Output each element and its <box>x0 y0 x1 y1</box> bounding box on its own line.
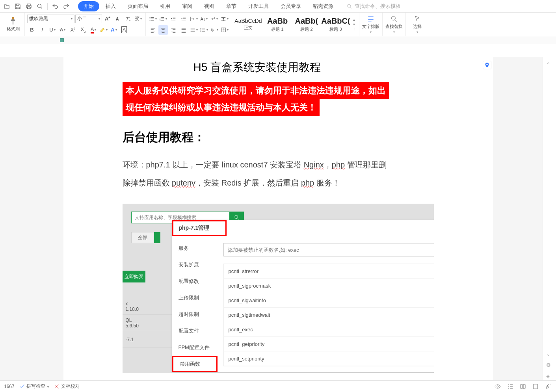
rail-chevron-down-icon[interactable]: ⌄ <box>546 351 553 358</box>
number-list-icon[interactable]: 123 <box>158 14 168 24</box>
format-painter-button[interactable]: 格式刷 <box>3 13 23 35</box>
qat-undo-icon[interactable] <box>50 1 60 11</box>
select-button[interactable]: 选择▾ <box>407 13 427 35</box>
svg-point-12 <box>234 216 238 219</box>
superscript-icon[interactable]: X2 <box>68 25 78 35</box>
clear-format-icon[interactable] <box>123 14 133 24</box>
rail-diamond-icon[interactable]: ◈ <box>546 373 553 380</box>
style-item-1[interactable]: AaBb标题 1 <box>263 14 292 35</box>
tab-view[interactable]: 视图 <box>199 1 220 11</box>
highlight-icon[interactable] <box>99 25 108 35</box>
qat-preview-icon[interactable] <box>35 1 45 11</box>
function-name: pcntl_sigtimedwait <box>229 312 270 318</box>
format-painter-label: 格式刷 <box>7 26 20 32</box>
embed-buy-button[interactable]: 立即购买 <box>123 271 145 282</box>
status-draft-icon[interactable] <box>544 383 552 390</box>
decrease-font-icon[interactable]: A- <box>113 14 123 24</box>
line-break-icon[interactable]: ↵ <box>210 14 219 24</box>
status-char-count: 1667 <box>4 384 15 389</box>
paragraph-2: 除掉禁用函数 putenv，安装 Redis 扩展，然后重启 php 服务！ <box>123 174 434 192</box>
text-effect-icon[interactable]: A <box>109 25 119 35</box>
embed-tab-all[interactable]: 全部 <box>131 232 154 243</box>
font-color-icon[interactable]: A <box>89 25 98 35</box>
embed-tab-active[interactable] <box>154 232 160 243</box>
font-size-select[interactable]: 小二▾ <box>75 15 102 23</box>
font-name-select[interactable]: 微软雅黑▾ <box>27 15 74 23</box>
status-bar: 1667 拼写检查 ▾ 文档校对 <box>0 380 556 392</box>
status-eye-icon[interactable] <box>494 383 502 390</box>
style-gallery-more[interactable]: ▴▾⁞ <box>350 17 357 32</box>
find-icon <box>390 15 398 23</box>
bullet-list-icon[interactable] <box>148 14 158 24</box>
ruler-handle-icon[interactable] <box>59 37 65 43</box>
tab-review[interactable]: 审阅 <box>177 1 198 11</box>
align-justify-icon[interactable] <box>179 25 188 35</box>
location-marker-icon[interactable] <box>483 61 491 69</box>
modal-side-item-3[interactable]: 上传限制 <box>172 290 218 306</box>
tab-member[interactable]: 会员专享 <box>275 1 307 11</box>
tab-insert[interactable]: 插入 <box>100 1 121 11</box>
modal-side-item-2[interactable]: 配置修改 <box>172 273 218 290</box>
cursor-icon <box>413 15 421 23</box>
modal-side-item-7[interactable]: 禁用函数 <box>172 356 218 372</box>
modal-side-item-1[interactable]: 安装扩展 <box>172 256 218 273</box>
style-item-3[interactable]: AaBbC(标题 3 <box>322 14 350 35</box>
modal-function-input[interactable] <box>223 243 434 256</box>
qat-save-icon[interactable] <box>13 1 23 11</box>
style-item-0[interactable]: AaBbCcDd正文 <box>234 14 262 35</box>
search-icon <box>234 215 240 220</box>
strikethrough-icon[interactable]: A <box>58 25 67 35</box>
status-page-icon[interactable] <box>532 383 539 390</box>
underline-icon[interactable]: U <box>48 25 57 35</box>
text-layout-button[interactable]: 文字排版▾ <box>361 13 381 35</box>
modal-side-item-5[interactable]: 配置文件 <box>172 323 218 339</box>
modal-title: php-7.1管理 <box>172 220 227 236</box>
modal-side-item-4[interactable]: 超时限制 <box>172 306 218 323</box>
align-center-icon[interactable] <box>158 25 168 35</box>
ribbon-search[interactable]: 查找命令、搜索模板 <box>347 3 401 10</box>
line-spacing-far-icon[interactable] <box>220 14 229 24</box>
tab-settings-icon[interactable] <box>189 14 199 24</box>
style-item-2[interactable]: AaBb(标题 2 <box>292 14 321 35</box>
svg-point-4 <box>150 20 151 20</box>
function-row: pcntl_getpriority删除 <box>224 337 434 351</box>
ruler <box>0 36 556 44</box>
phonetic-guide-icon[interactable]: 变 <box>134 14 143 24</box>
qat-redo-icon[interactable] <box>61 1 71 11</box>
align-right-icon[interactable] <box>169 25 178 35</box>
svg-point-9 <box>391 16 395 20</box>
subscript-icon[interactable]: X2 <box>78 25 88 35</box>
tab-reference[interactable]: 引用 <box>154 1 176 11</box>
line-spacing-icon[interactable] <box>199 25 209 35</box>
status-doc-proof[interactable]: 文档校对 <box>54 383 80 390</box>
status-outline-icon[interactable] <box>506 383 514 390</box>
rail-gear-icon[interactable]: ⚙ <box>546 362 553 369</box>
find-replace-button[interactable]: 查找替换▾ <box>384 13 404 35</box>
borders-icon[interactable] <box>220 25 229 35</box>
tab-layout[interactable]: 页面布局 <box>122 1 154 11</box>
italic-icon[interactable]: I <box>37 25 47 35</box>
section-heading: 后台使用教程： <box>123 129 434 145</box>
increase-indent-icon[interactable] <box>179 14 188 24</box>
tab-start[interactable]: 开始 <box>78 1 99 11</box>
qat-print-icon[interactable] <box>24 1 34 11</box>
character-border-icon[interactable]: A <box>119 25 129 35</box>
distribute-icon[interactable] <box>189 25 199 35</box>
modal-side-item-0[interactable]: 服务 <box>172 240 218 256</box>
function-name: pcntl_sigprocmask <box>229 283 271 289</box>
sort-icon[interactable]: A↓ <box>199 14 209 24</box>
tab-section[interactable]: 章节 <box>221 1 242 11</box>
tab-resource[interactable]: 稻壳资源 <box>307 1 339 11</box>
qat-open-icon[interactable] <box>2 1 12 11</box>
modal-side-item-6[interactable]: FPM配置文件 <box>172 339 218 356</box>
function-row: pcntl_sigwaitinfo删除 <box>224 293 434 308</box>
decrease-indent-icon[interactable] <box>169 14 178 24</box>
bold-icon[interactable]: B <box>27 25 37 35</box>
rail-chevron-up-icon[interactable]: ⌃ <box>546 61 553 69</box>
align-left-icon[interactable] <box>148 25 158 35</box>
increase-font-icon[interactable]: A+ <box>103 14 112 24</box>
shading-icon[interactable] <box>210 25 219 35</box>
status-read-icon[interactable] <box>519 383 527 390</box>
tab-dev[interactable]: 开发工具 <box>243 1 274 11</box>
status-spellcheck[interactable]: 拼写检查 ▾ <box>19 383 49 390</box>
